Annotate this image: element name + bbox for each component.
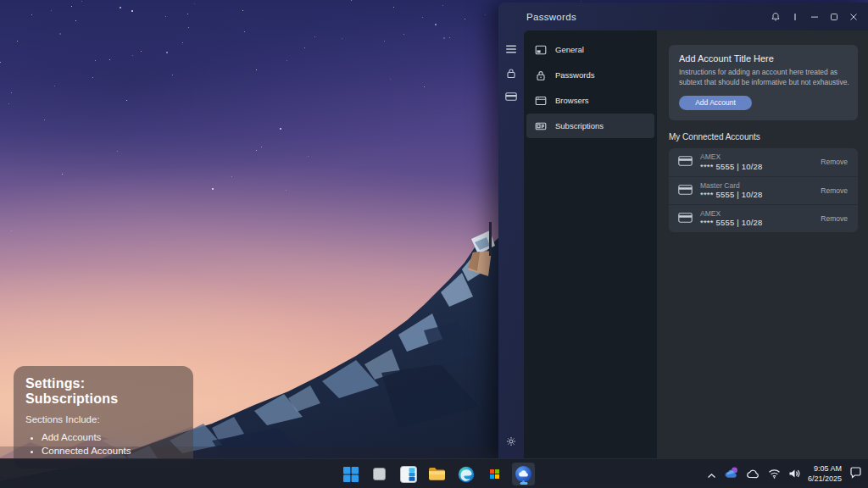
speaker-icon[interactable] (788, 467, 800, 482)
active-app-icon[interactable] (512, 463, 535, 485)
subscription-card-icon (535, 120, 547, 132)
credit-card-icon (678, 211, 693, 226)
clock-date: 6/21/2025 (808, 474, 842, 484)
window-icon (535, 44, 547, 56)
caption-bullet: Add Accounts (42, 431, 181, 445)
minimize-button[interactable] (804, 8, 824, 26)
nav-item-subscriptions[interactable]: Subscriptions (526, 114, 654, 138)
card-icon[interactable] (498, 86, 524, 107)
passwords-app-window: Passwords (498, 3, 868, 458)
account-name: AMEX (700, 152, 762, 162)
hamburger-menu-icon[interactable] (498, 39, 524, 59)
gray-app-icon[interactable] (368, 463, 391, 485)
credit-card-icon (678, 154, 693, 169)
chevron-up-icon[interactable] (707, 467, 716, 482)
onedrive-cloud-icon[interactable] (746, 467, 760, 482)
nav-rail (498, 30, 524, 458)
account-row[interactable]: AMEX **** 5555 | 10/28 Remove (669, 148, 858, 176)
add-account-card: Add Account Title Here Instructions for … (669, 45, 858, 120)
account-detail: **** 5555 | 10/28 (700, 190, 762, 199)
account-detail: **** 5555 | 10/28 (700, 218, 762, 227)
weather-copilot-icon[interactable] (724, 467, 738, 482)
clock-time: 9:05 AM (808, 464, 842, 474)
start-button[interactable] (339, 463, 362, 485)
nav-panel: General Passwords Browsers Subscriptions (524, 30, 657, 458)
panels-app-icon[interactable] (397, 463, 420, 485)
notification-bubble-icon[interactable] (849, 467, 862, 482)
account-name: Master Card (700, 181, 762, 191)
wifi-icon[interactable] (768, 467, 781, 482)
remove-account-link[interactable]: Remove (821, 158, 848, 166)
nav-item-passwords[interactable]: Passwords (526, 63, 654, 87)
connected-accounts-list: AMEX **** 5555 | 10/28 Remove Master Car… (669, 148, 858, 232)
bell-icon[interactable] (765, 8, 785, 26)
caption-title: Settings: Subscriptions (25, 376, 181, 407)
account-name: AMEX (700, 209, 762, 219)
nav-item-browsers[interactable]: Browsers (526, 88, 654, 113)
window-title: Passwords (526, 12, 576, 22)
add-account-subtext: Instructions for adding an account here … (679, 68, 853, 88)
account-row[interactable]: AMEX **** 5555 | 10/28 Remove (669, 204, 858, 232)
lock-icon (535, 69, 547, 81)
add-account-title: Add Account Title Here (679, 53, 848, 64)
nav-label: Subscriptions (555, 121, 604, 130)
nav-label: Passwords (555, 70, 594, 80)
nav-label: General (555, 45, 584, 54)
system-tray: 9:05 AM 6/21/2025 (707, 459, 862, 488)
taskbar-clock[interactable]: 9:05 AM 6/21/2025 (808, 464, 842, 484)
ms-logo-small-icon[interactable] (483, 463, 506, 485)
more-options-icon[interactable] (785, 8, 804, 26)
browser-icon (535, 95, 547, 107)
nav-item-general[interactable]: General (526, 37, 654, 62)
edge-icon[interactable] (454, 463, 477, 485)
titlebar[interactable]: Passwords (498, 3, 868, 30)
credit-card-icon (678, 183, 693, 198)
nav-label: Browsers (555, 96, 589, 105)
account-row[interactable]: Master Card **** 5555 | 10/28 Remove (669, 176, 858, 204)
close-button[interactable] (843, 8, 863, 26)
gear-icon[interactable] (498, 431, 524, 452)
remove-account-link[interactable]: Remove (821, 214, 848, 223)
lock-icon[interactable] (498, 63, 524, 83)
remove-account-link[interactable]: Remove (821, 186, 848, 195)
caption-bullet: Connected Accounts (42, 445, 181, 458)
account-detail: **** 5555 | 10/28 (700, 162, 762, 171)
active-app-indicator (520, 482, 527, 485)
window-controls (765, 8, 863, 26)
taskbar-center-icons (339, 459, 535, 488)
caption-overlay: Settings: Subscriptions Sections Include… (14, 366, 193, 469)
file-explorer-icon[interactable] (426, 463, 448, 485)
desktop: Settings: Subscriptions Sections Include… (0, 0, 868, 488)
maximize-button[interactable] (824, 8, 843, 26)
caption-subtitle: Sections Include: (25, 414, 181, 424)
add-account-button[interactable]: Add Account (679, 96, 752, 110)
connected-accounts-header: My Connected Accounts (669, 132, 858, 141)
taskbar: 9:05 AM 6/21/2025 (0, 458, 868, 488)
subscriptions-content: Add Account Title Here Instructions for … (657, 30, 868, 458)
caption-bullet-list: Add Accounts Connected Accounts (25, 431, 181, 458)
